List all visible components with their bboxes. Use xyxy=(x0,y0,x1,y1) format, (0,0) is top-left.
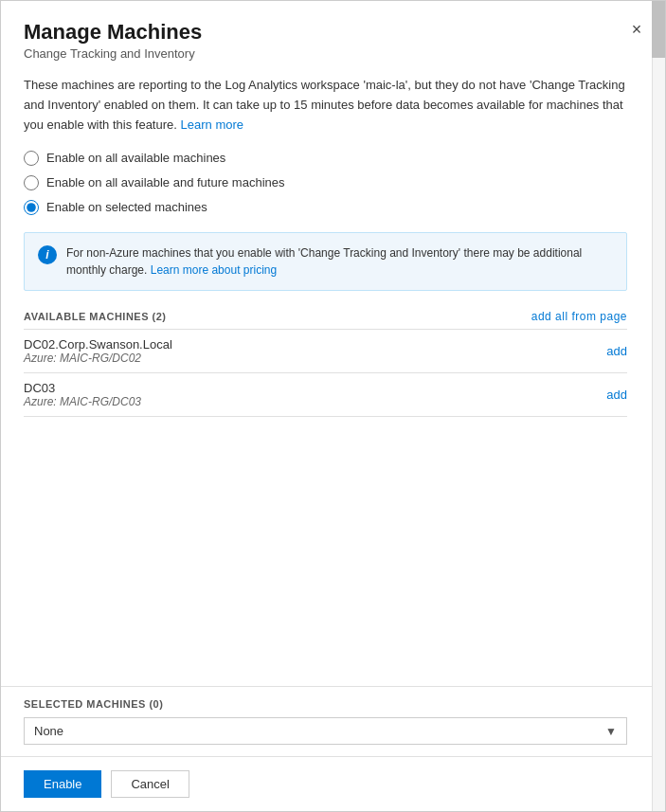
available-machines-header: AVAILABLE MACHINES (2) add all from page xyxy=(24,310,627,323)
machine-azure: Azure: MAIC-RG/DC02 xyxy=(24,352,172,365)
selected-machines-value: None xyxy=(34,724,63,738)
radio-item-selected[interactable]: Enable on selected machines xyxy=(24,200,627,215)
description-text-content: These machines are reporting to the Log … xyxy=(24,78,625,132)
dialog-title: Manage Machines xyxy=(24,20,642,45)
cancel-button[interactable]: Cancel xyxy=(111,770,189,798)
selected-machines-dropdown[interactable]: None ▼ xyxy=(24,717,627,745)
description-text: These machines are reporting to the Log … xyxy=(24,76,627,135)
dialog-subtitle: Change Tracking and Inventory xyxy=(24,46,642,61)
dialog-header: Manage Machines Change Tracking and Inve… xyxy=(1,1,665,61)
chevron-down-icon: ▼ xyxy=(605,725,617,738)
machine-name: DC02.Corp.Swanson.Local xyxy=(24,337,172,352)
table-row: DC02.Corp.Swanson.Local Azure: MAIC-RG/D… xyxy=(24,330,627,373)
radio-selected-label: Enable on selected machines xyxy=(46,200,207,214)
radio-group: Enable on all available machines Enable … xyxy=(24,151,627,215)
machine-name: DC03 xyxy=(24,381,141,395)
add-machine-1-link[interactable]: add xyxy=(606,388,627,402)
radio-all-future[interactable] xyxy=(24,175,39,190)
info-icon: i xyxy=(38,245,57,264)
learn-more-link[interactable]: Learn more xyxy=(181,117,243,132)
radio-all-label: Enable on all available machines xyxy=(46,151,225,165)
selected-machines-header: SELECTED MACHINES (0) xyxy=(24,698,627,710)
machine-list: DC02.Corp.Swanson.Local Azure: MAIC-RG/D… xyxy=(24,329,627,417)
selected-machines-section: SELECTED MACHINES (0) None ▼ xyxy=(1,686,665,756)
radio-future-label: Enable on all available and future machi… xyxy=(46,175,285,189)
spacer xyxy=(24,417,627,531)
machine-info: DC03 Azure: MAIC-RG/DC03 xyxy=(24,381,141,408)
manage-machines-dialog: Manage Machines Change Tracking and Inve… xyxy=(0,0,666,812)
info-box: i For non-Azure machines that you enable… xyxy=(24,232,627,291)
dialog-footer: Enable Cancel xyxy=(1,756,665,811)
scrollbar-thumb[interactable] xyxy=(652,1,665,58)
table-row: DC03 Azure: MAIC-RG/DC03 add xyxy=(24,373,627,417)
radio-item-all[interactable]: Enable on all available machines xyxy=(24,151,627,166)
scrollbar-track[interactable] xyxy=(652,1,665,811)
learn-more-pricing-link[interactable]: Learn more about pricing xyxy=(151,263,277,277)
enable-button[interactable]: Enable xyxy=(24,770,101,798)
info-box-content: For non-Azure machines that you enable w… xyxy=(66,246,582,277)
machine-azure: Azure: MAIC-RG/DC03 xyxy=(24,395,141,408)
info-box-text: For non-Azure machines that you enable w… xyxy=(66,244,613,279)
close-button[interactable]: × xyxy=(623,16,650,43)
radio-item-future[interactable]: Enable on all available and future machi… xyxy=(24,175,627,190)
available-machines-label: AVAILABLE MACHINES (2) xyxy=(24,311,167,322)
add-all-from-page-link[interactable]: add all from page xyxy=(531,310,627,323)
dialog-body: These machines are reporting to the Log … xyxy=(1,61,665,686)
radio-all-available[interactable] xyxy=(24,151,39,166)
machine-info: DC02.Corp.Swanson.Local Azure: MAIC-RG/D… xyxy=(24,337,172,365)
radio-selected[interactable] xyxy=(24,200,39,215)
add-machine-0-link[interactable]: add xyxy=(606,344,627,358)
